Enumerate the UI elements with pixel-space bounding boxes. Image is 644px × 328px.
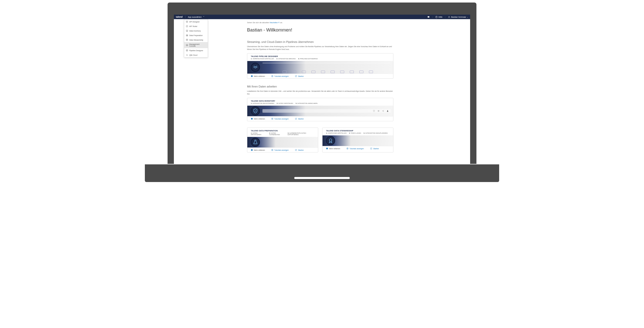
svg-rect-0 (428, 16, 430, 18)
info-icon: i (251, 75, 253, 77)
card-title: TALEND DATA STEWARDSHIP (326, 130, 390, 132)
app-selector-label: App auswählen (188, 16, 202, 18)
pipeline-designer-icon: R (186, 49, 188, 51)
notifications-icon[interactable] (427, 16, 430, 18)
section-desc-data: Lokalisieren Sie Ihre Daten in kürzester… (247, 90, 393, 95)
info-icon: i (326, 147, 328, 150)
top-bar: talend App auswählen ⌃ | Hilfe | (174, 15, 470, 19)
card-pipeline-designer: TALEND PIPELINE DESIGNER 1. VERBINDUNGEN… (247, 53, 393, 79)
tutorials-link[interactable]: Tutorials anzeigen (346, 147, 364, 150)
top-bar-right: | Hilfe | Bastian Schmalz ⌄ (427, 16, 468, 18)
card-steps: 1. DATEN IMPORTIEREN 2. DATEN AUFBEREITE… (247, 132, 318, 137)
chevron-up-icon: ⌃ (203, 16, 205, 18)
card-visual (247, 137, 318, 147)
card-data-preparation: TALEND DATA PREPARATION 1. DATEN IMPORTI… (247, 128, 318, 153)
learn-more-link[interactable]: iMehr erfahren (326, 147, 340, 150)
svg-text:i: i (252, 150, 252, 151)
start-link[interactable]: Starten (295, 118, 304, 120)
data-inventory-icon: ◎ (186, 30, 188, 32)
card-data-stewardship: TALEND DATA STEWARDSHIP 1. KAMPAGNEN ERS… (322, 128, 393, 153)
management-console-icon: ⊕ (186, 44, 188, 46)
user-menu[interactable]: Bastian Schmalz ⌄ (448, 16, 468, 18)
svg-point-8 (378, 111, 379, 111)
card-data-inventory: TALEND DATA INVENTORY 1. DATENSÄTZE REGI… (247, 98, 393, 121)
tutorials-link[interactable]: Tutorials anzeigen (271, 118, 289, 120)
app-dropdown-menu: AAPI Designer ✓API Tester ◎Data Inventor… (184, 19, 208, 57)
play-icon (271, 149, 273, 151)
info-icon: i (251, 118, 253, 120)
cards-row: TALEND DATA PREPARATION 1. DATEN IMPORTI… (247, 128, 393, 153)
launch-icon (370, 147, 372, 150)
share-mini-icon (382, 110, 384, 112)
tutorials-link[interactable]: Tutorials anzeigen (271, 75, 289, 77)
card-footer: iMehr erfahren Tutorials anzeigen Starte… (247, 74, 393, 78)
card-visual (323, 135, 393, 146)
qlik-cloud-icon: Q (186, 54, 188, 56)
card-title: TALEND DATA PREPARATION (251, 130, 314, 132)
help-link[interactable]: Hilfe (435, 16, 442, 18)
start-link[interactable]: Starten (370, 147, 379, 150)
card-footer: iMehr erfahren Tutorials anzeigen Starte… (323, 146, 393, 151)
svg-text:i: i (327, 148, 327, 149)
play-icon (271, 118, 273, 120)
app-selector[interactable]: App auswählen ⌃ (185, 16, 207, 18)
laptop-frame: talend App auswählen ⌃ | Hilfe | (130, 0, 514, 194)
svg-point-10 (383, 110, 384, 110)
launch-icon (295, 75, 297, 77)
learn-more-link[interactable]: iMehr erfahren (251, 75, 265, 77)
section-title-pipelines: Streaming- und Cloud-Daten in Pipelines … (247, 40, 393, 43)
user-mini-icon (387, 110, 389, 112)
card-footer: iMehr erfahren Tutorials anzeigen Starte… (247, 147, 318, 152)
svg-point-7 (378, 110, 379, 111)
shield-icon (251, 106, 260, 115)
svg-point-12 (387, 110, 388, 111)
svg-text:i: i (252, 76, 252, 77)
api-tester-icon: ✓ (186, 25, 188, 27)
play-icon (346, 147, 348, 150)
card-title: TALEND PIPELINE DESIGNER (251, 55, 390, 57)
svg-point-19 (329, 139, 332, 141)
svg-text:i: i (252, 118, 252, 120)
play-icon (271, 75, 273, 77)
app-menu-data-inventory[interactable]: ◎Data Inventory (184, 28, 208, 33)
flask-icon (251, 138, 260, 147)
card-visual (247, 106, 393, 116)
laptop-notch (294, 177, 350, 179)
section-desc-pipelines: Übernehmen Sie Ihre Daten ohne Anstrengu… (247, 45, 393, 51)
laptop-base (145, 164, 499, 182)
info-icon: i (251, 149, 253, 151)
svg-point-9 (382, 111, 383, 111)
laptop-screen-bezel: talend App auswählen ⌃ | Hilfe | (168, 3, 476, 164)
card-steps: 1. VERBINDUNGEN ERSTELLEN 2. DATENSÄTZE … (247, 58, 393, 61)
brand-logo: talend (176, 16, 185, 18)
api-designer-icon: A (186, 21, 188, 23)
tutorials-link[interactable]: Tutorials anzeigen (271, 149, 289, 151)
learn-more-link[interactable]: iMehr erfahren (251, 149, 265, 151)
data-stewardship-icon: R (186, 39, 188, 41)
section-title-data: Mit Ihren Daten arbeiten (247, 85, 393, 88)
start-link[interactable]: Starten (295, 149, 304, 151)
learn-more-link[interactable]: iMehr erfahren (251, 118, 265, 120)
news-link[interactable]: Neuheiten ⇱ (270, 22, 280, 23)
app-menu-api-designer[interactable]: AAPI Designer (184, 19, 208, 24)
start-link[interactable]: Starten (295, 75, 304, 77)
news-banner: Sehen Sie sich die aktuellen Neuheiten ⇱… (247, 22, 393, 24)
card-visual (247, 61, 393, 74)
target-mini-icon (378, 110, 380, 112)
app-menu-api-tester[interactable]: ✓API Tester (184, 24, 208, 28)
svg-point-3 (449, 16, 449, 17)
card-steps: 1. DATENSÄTZE REGISTRIEREN 2. DATEN VERS… (247, 103, 393, 106)
launch-icon (295, 118, 297, 120)
badge-icon (326, 136, 335, 145)
app-menu-data-preparation[interactable]: ◉Data Preparation (184, 33, 208, 38)
app-menu-data-stewardship[interactable]: RData Stewardship (184, 38, 208, 42)
welcome-title: Bastian - Willkommen! (247, 27, 393, 33)
launch-icon (295, 149, 297, 151)
app-menu-pipeline-designer[interactable]: RPipeline Designer (184, 48, 208, 53)
card-steps: 1. KAMPAGNEN ERSTELLEN 2. TASKS LADEN 3.… (323, 132, 393, 135)
app-menu-management-console[interactable]: ⊕Management Console (184, 42, 208, 48)
card-title: TALEND DATA INVENTORY (251, 100, 390, 102)
waves-icon (251, 63, 260, 72)
chevron-down-icon: ⌄ (467, 16, 468, 18)
app-menu-qlik-cloud[interactable]: QQlik Cloud (184, 53, 208, 57)
